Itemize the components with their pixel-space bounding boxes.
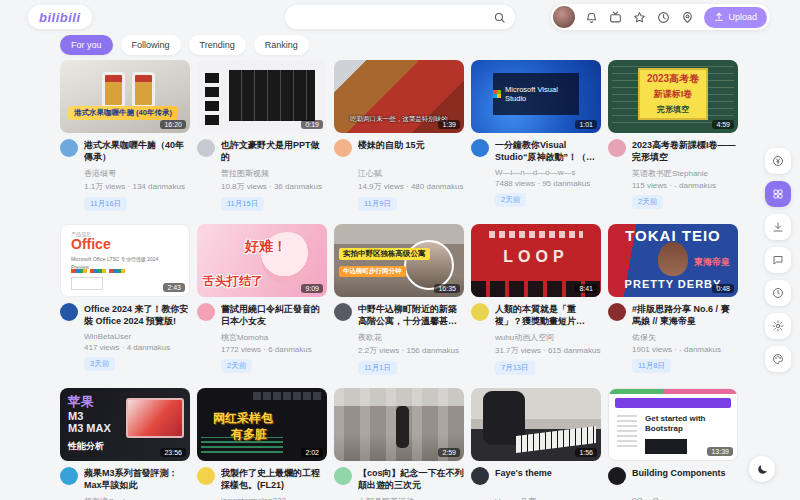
uploader-avatar[interactable] bbox=[471, 303, 489, 321]
video-card[interactable]: LOOP8:41人類的本質就是「重複」？獲獎動畫短片《LOOP》wuhu动画人空… bbox=[471, 224, 601, 375]
uploader-avatar[interactable] bbox=[471, 139, 489, 157]
uploader-name[interactable]: 桃宮Momoha bbox=[221, 332, 327, 343]
search-input[interactable] bbox=[294, 12, 493, 23]
uploader-avatar[interactable] bbox=[197, 139, 215, 157]
video-thumbnail[interactable]: TOKAI TEIO東海帝皇PRETTY DERBY0:48 bbox=[608, 224, 738, 297]
video-title[interactable]: 楼妹的自助 15元 bbox=[358, 139, 464, 164]
video-title[interactable]: Office 2024 来了！教你安裝 Office 2024 預覽版! bbox=[84, 303, 190, 328]
video-thumbnail[interactable]: 苹果M3M3 MAX性能分析23:56 bbox=[60, 388, 190, 461]
uploader-avatar[interactable] bbox=[334, 467, 352, 485]
video-card[interactable]: 苹果M3M3 MAX性能分析23:56蘋果M3系列首發評測：Max早該如此极客湾… bbox=[60, 388, 190, 500]
side-toolbar-download-button[interactable] bbox=[765, 214, 791, 240]
uploader-avatar[interactable] bbox=[608, 467, 626, 485]
site-logo[interactable]: bilibili bbox=[28, 5, 92, 29]
side-toolbar-clock-button[interactable] bbox=[765, 280, 791, 306]
video-card[interactable]: TOKAI TEIO東海帝皇PRETTY DERBY0:48#排版思路分享 No… bbox=[608, 224, 738, 375]
history-icon[interactable] bbox=[657, 11, 670, 24]
video-card[interactable]: 好难！舌头打结了9:09嘗試用繞口令糾正發音的日本小女友桃宮Momoha1772… bbox=[197, 224, 327, 375]
video-title[interactable]: 一分鐘教你Visual Studio“原神啟動”！（適用於Blend） bbox=[495, 139, 601, 164]
uploader-name[interactable]: 江心赋 bbox=[358, 168, 464, 179]
star-icon[interactable] bbox=[633, 11, 646, 24]
video-thumbnail[interactable]: 2:59 bbox=[334, 388, 464, 461]
tab-ranking[interactable]: Ranking bbox=[254, 35, 309, 55]
uploader-avatar[interactable] bbox=[60, 303, 78, 321]
side-toolbar-grid-button[interactable] bbox=[765, 181, 791, 207]
video-card[interactable]: Get started with Bootstrap13:39Building … bbox=[608, 388, 738, 500]
video-card[interactable]: 吃勒两口来一些，这菜是特别味的1:39楼妹的自助 15元江心赋14.9万 vie… bbox=[334, 60, 464, 211]
user-avatar[interactable] bbox=[553, 6, 575, 28]
dark-mode-button[interactable] bbox=[749, 456, 775, 482]
video-title[interactable]: 嘗試用繞口令糾正發音的日本小女友 bbox=[221, 303, 327, 328]
video-title[interactable]: 我製作了史上最爛的工程採樣包。(FL21) bbox=[221, 467, 327, 492]
side-toolbar-palette-button[interactable] bbox=[765, 346, 791, 372]
video-thumbnail[interactable]: LOOP8:41 bbox=[471, 224, 601, 297]
uploader-name[interactable]: 夜欧花 bbox=[358, 332, 464, 343]
uploader-name[interactable]: icewatermelon233 bbox=[221, 496, 327, 500]
video-thumbnail[interactable]: Get started with Bootstrap13:39 bbox=[608, 388, 738, 461]
uploader-name[interactable]: 普拉图斯视频 bbox=[221, 168, 327, 179]
video-title[interactable]: Faye's theme bbox=[495, 467, 601, 492]
video-thumbnail[interactable]: 好难！舌头打结了9:09 bbox=[197, 224, 327, 297]
video-title[interactable]: 中野牛込柳町附近的新築高階公寓，十分溫馨甚至九分乾淨 bbox=[358, 303, 464, 328]
video-thumbnail[interactable]: 港式水果咖喱牛腩 (40年传承)16:20 bbox=[60, 60, 190, 133]
video-card[interactable]: 2:59【cos向】紀念一下在不列顛出遊的三次元上智月顾茶运动8.2万 view… bbox=[334, 388, 464, 500]
video-title[interactable]: 也許文豪野犬是用PPT做的 bbox=[221, 139, 327, 164]
upload-icon bbox=[714, 12, 724, 22]
search-bar[interactable] bbox=[285, 5, 515, 29]
uploader-avatar[interactable] bbox=[608, 139, 626, 157]
uploader-name[interactable]: WinBetaUser bbox=[84, 332, 190, 341]
tab-following[interactable]: Following bbox=[121, 35, 181, 55]
uploader-avatar[interactable] bbox=[197, 467, 215, 485]
bell-icon[interactable] bbox=[585, 11, 598, 24]
location-icon[interactable] bbox=[681, 11, 694, 24]
uploader-name[interactable]: 英语教书匠Stephanie bbox=[632, 168, 738, 179]
video-title[interactable]: 蘋果M3系列首發評測：Max早該如此 bbox=[84, 467, 190, 492]
uploader-name[interactable]: wuhu动画人空间 bbox=[495, 332, 601, 343]
video-thumbnail[interactable]: 产品信息OfficeMicrosoft Office LTSC 专业增强版 20… bbox=[60, 224, 190, 297]
side-toolbar-gear-button[interactable] bbox=[765, 313, 791, 339]
uploader-avatar[interactable] bbox=[60, 467, 78, 485]
uploader-avatar[interactable] bbox=[471, 467, 489, 485]
video-card[interactable]: 网红采样包有多脏2:02我製作了史上最爛的工程採樣包。(FL21)icewate… bbox=[197, 388, 327, 500]
side-toolbar-coin-button[interactable] bbox=[765, 148, 791, 174]
video-thumbnail[interactable]: 0:19 bbox=[197, 60, 327, 133]
uploader-avatar[interactable] bbox=[334, 139, 352, 157]
uploader-avatar[interactable] bbox=[197, 303, 215, 321]
video-card[interactable]: Microsoft Visual Studio1:01一分鐘教你Visual S… bbox=[471, 60, 601, 211]
uploader-name[interactable]: 极客湾Geekerwan bbox=[84, 496, 190, 500]
video-card[interactable]: 1:56Faye's themeVenser凡赛777 views · - da… bbox=[471, 388, 601, 500]
video-title[interactable]: 港式水果咖喱牛腩（40年傳承） bbox=[84, 139, 190, 164]
video-thumbnail[interactable]: 1:56 bbox=[471, 388, 601, 461]
video-card[interactable]: 产品信息OfficeMicrosoft Office LTSC 专业增强版 20… bbox=[60, 224, 190, 375]
video-card[interactable]: 实拍中野区独栋高级公寓牛込柳町步行两分钟16:35中野牛込柳町附近的新築高階公寓… bbox=[334, 224, 464, 375]
video-title[interactable]: 2023高考卷新課標I卷——完形填空 bbox=[632, 139, 738, 164]
uploader-avatar[interactable] bbox=[60, 139, 78, 157]
video-thumbnail[interactable]: 实拍中野区独栋高级公寓牛込柳町步行两分钟16:35 bbox=[334, 224, 464, 297]
video-thumbnail[interactable]: 网红采样包有多脏2:02 bbox=[197, 388, 327, 461]
search-icon[interactable] bbox=[493, 11, 506, 24]
tab-for-you[interactable]: For you bbox=[60, 35, 113, 55]
uploader-name[interactable]: 9Q-_-Q bbox=[632, 496, 738, 500]
uploader-name[interactable]: 上智月顾茶运动 bbox=[358, 496, 464, 500]
video-thumbnail[interactable]: 吃勒两口来一些，这菜是特别味的1:39 bbox=[334, 60, 464, 133]
video-thumbnail[interactable]: 2023高考卷新课标I卷完形填空4:59 bbox=[608, 60, 738, 133]
uploader-name[interactable]: Venser凡赛 bbox=[495, 496, 601, 500]
uploader-name[interactable]: 香港细哥 bbox=[84, 168, 190, 179]
video-title[interactable]: 【cos向】紀念一下在不列顛出遊的三次元 bbox=[358, 467, 464, 492]
video-title[interactable]: 人類的本質就是「重複」？獲獎動畫短片《LOOP》 bbox=[495, 303, 601, 328]
video-card[interactable]: 2023高考卷新课标I卷完形填空4:592023高考卷新課標I卷——完形填空英语… bbox=[608, 60, 738, 211]
video-thumbnail[interactable]: Microsoft Visual Studio1:01 bbox=[471, 60, 601, 133]
video-card[interactable]: 0:19也許文豪野犬是用PPT做的普拉图斯视频10.8万 views · 36 … bbox=[197, 60, 327, 211]
upload-button[interactable]: Upload bbox=[704, 7, 767, 28]
uploader-name[interactable]: 佑保矢 bbox=[632, 332, 738, 343]
video-card[interactable]: 港式水果咖喱牛腩 (40年传承)16:20港式水果咖喱牛腩（40年傳承）香港细哥… bbox=[60, 60, 190, 211]
tv-icon[interactable] bbox=[609, 11, 622, 24]
uploader-name[interactable]: W—i—n—d—o—w—s bbox=[495, 168, 601, 177]
uploader-avatar[interactable] bbox=[608, 303, 626, 321]
side-toolbar-chat-button[interactable] bbox=[765, 247, 791, 273]
tab-trending[interactable]: Trending bbox=[189, 35, 246, 55]
video-title[interactable]: #排版思路分享 No.6 / 賽馬娘 // 東海帝皇 bbox=[632, 303, 738, 328]
video-title[interactable]: Building Components bbox=[632, 467, 738, 492]
palette-icon bbox=[772, 353, 784, 365]
uploader-avatar[interactable] bbox=[334, 303, 352, 321]
